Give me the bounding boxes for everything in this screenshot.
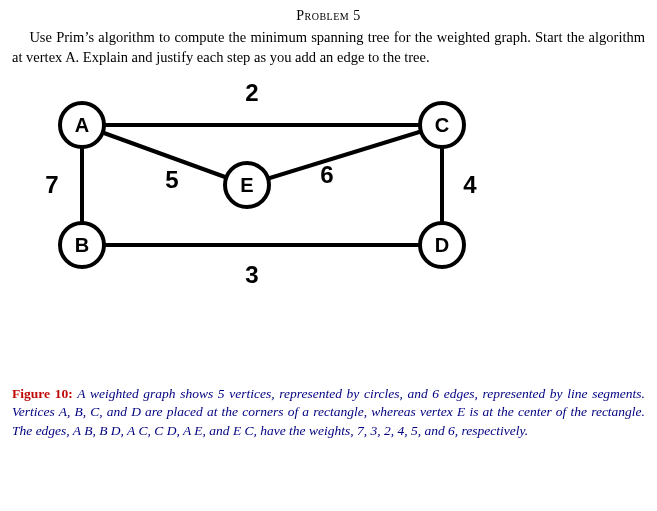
problem-prompt: Use Prim’s algorithm to compute the mini… [12, 28, 645, 67]
problem-heading: Problem 5 [12, 8, 645, 24]
weight-a-c: 2 [245, 79, 258, 107]
weight-b-d: 3 [245, 261, 258, 289]
weight-a-b: 7 [45, 171, 58, 199]
vertex-e-label: E [240, 174, 253, 197]
figure-caption-text: A weighted graph shows 5 vertices, repre… [12, 386, 645, 437]
weight-c-d: 4 [463, 171, 476, 199]
edge-e-c [247, 125, 442, 185]
page: Problem 5 Use Prim’s algorithm to comput… [0, 0, 657, 440]
weight-e-c: 6 [320, 161, 333, 189]
vertex-a-label: A [75, 114, 89, 137]
vertex-b-label: B [75, 234, 89, 257]
weight-a-e: 5 [165, 166, 178, 194]
figure-caption: Figure 10: A weighted graph shows 5 vert… [12, 385, 645, 440]
figure-label: Figure 10: [12, 386, 73, 401]
vertex-c-label: C [435, 114, 449, 137]
vertex-d-label: D [435, 234, 449, 257]
graph-figure: A C B D E 2 4 3 7 5 6 [22, 75, 492, 295]
